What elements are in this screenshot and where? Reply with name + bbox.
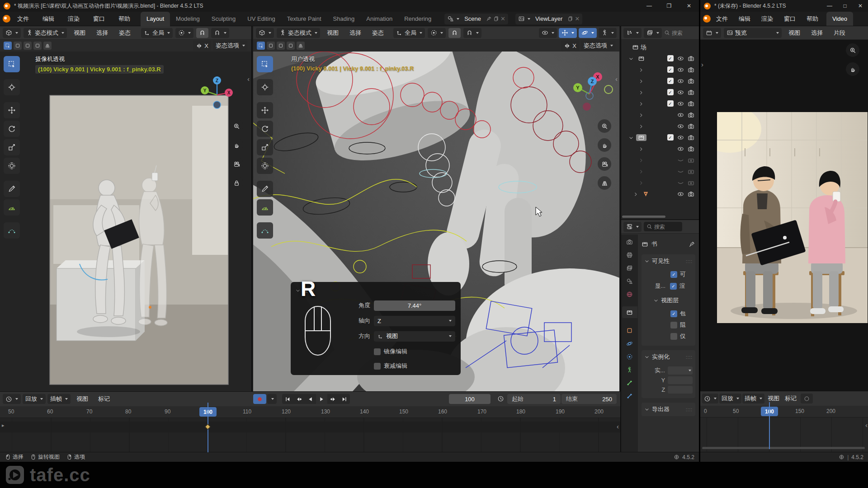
preview-canvas[interactable]: ›: [700, 40, 868, 391]
tab-sculpting[interactable]: Sculpting: [206, 12, 241, 26]
snap-settings-dropdown[interactable]: [211, 28, 229, 38]
object-row-hidden[interactable]: [621, 177, 699, 188]
instancing-panel-header[interactable]: 实例化::::: [644, 353, 693, 361]
outliner-hscrollbar[interactable]: [622, 216, 665, 218]
holdout-checkbox[interactable]: 阻: [670, 321, 693, 329]
pan-hand-icon[interactable]: [846, 62, 859, 76]
instance-y-slider[interactable]: [668, 376, 693, 384]
object-row[interactable]: ✓: [621, 87, 699, 98]
camera-icon[interactable]: [686, 78, 696, 84]
tool-pose-breakdowner[interactable]: [257, 222, 273, 239]
tool-scale[interactable]: [257, 139, 273, 155]
menu-file[interactable]: 文件: [711, 13, 733, 25]
collection-row[interactable]: ✓: [621, 53, 699, 64]
viewlayer-selector[interactable]: ViewLayer ✕: [515, 14, 582, 24]
previous-keyframe-button[interactable]: [293, 394, 305, 404]
close-button[interactable]: ✕: [679, 0, 699, 12]
tab-world[interactable]: [623, 288, 636, 300]
tab-armature-data[interactable]: [623, 364, 636, 375]
playhead[interactable]: [769, 402, 770, 449]
object-checkbox[interactable]: ✓: [667, 100, 674, 107]
select-mode-toggle-2[interactable]: [14, 42, 22, 50]
select-mode-toggle-5[interactable]: [43, 42, 52, 50]
select-mode-toggle-4[interactable]: [33, 42, 42, 50]
camera-view-icon[interactable]: [230, 157, 243, 171]
object-checkbox[interactable]: ✓: [667, 78, 674, 84]
pose-options-dropdown[interactable]: 姿态选项: [581, 41, 616, 51]
tool-cursor[interactable]: [4, 79, 20, 95]
render-checkbox[interactable]: ✓: [670, 283, 677, 290]
frame-start-field[interactable]: 起始1: [507, 394, 561, 404]
tab-render[interactable]: [623, 236, 636, 248]
camera-viewport-canvas[interactable]: 摄像机透视 (100) Vicky 9.001 | Vicky 9.001 : …: [0, 52, 251, 391]
tab-uv-editing[interactable]: UV Editing: [241, 12, 281, 26]
tab-animation[interactable]: Animation: [360, 12, 398, 26]
keying-set-dropdown[interactable]: [267, 394, 277, 404]
editor-type-button[interactable]: [3, 394, 21, 404]
collection-checkbox[interactable]: ✓: [667, 55, 674, 61]
pan-hand-icon[interactable]: [230, 138, 243, 152]
object-row[interactable]: ✓: [621, 98, 699, 109]
tab-video-editing[interactable]: Video: [826, 12, 853, 26]
tool-rotate[interactable]: [257, 121, 273, 137]
timeline-view-menu[interactable]: 视图: [765, 394, 782, 403]
menu-help[interactable]: 帮助: [801, 13, 824, 25]
camera-off-icon[interactable]: [686, 157, 696, 164]
tab-object[interactable]: [623, 324, 636, 336]
mode-dropdown[interactable]: 姿态模式: [24, 28, 67, 38]
eye-icon[interactable]: [675, 78, 686, 84]
camera-icon[interactable]: [686, 66, 696, 73]
tab-physics[interactable]: [623, 338, 636, 349]
select-mode-toggle-1[interactable]: [257, 42, 265, 50]
next-keyframe-button[interactable]: [327, 394, 339, 404]
maximize-button[interactable]: □: [837, 0, 853, 12]
jump-to-start-button[interactable]: [282, 394, 293, 404]
tab-collection[interactable]: [622, 306, 637, 318]
tool-pose-breakdowner[interactable]: [4, 222, 20, 239]
camera-icon[interactable]: [686, 123, 696, 130]
unlink-icon[interactable]: ✕: [500, 15, 505, 22]
eye-icon[interactable]: [675, 55, 686, 62]
camera-view-icon[interactable]: [598, 157, 611, 171]
tool-select-box[interactable]: [257, 56, 273, 72]
select-menu[interactable]: 选择: [807, 29, 827, 37]
keying-menu[interactable]: 插帧: [47, 394, 71, 404]
exporters-panel-header[interactable]: 导出器::::: [644, 405, 693, 413]
play-reverse-button[interactable]: [305, 394, 316, 404]
tool-annotate[interactable]: [4, 181, 20, 197]
camera-icon[interactable]: [686, 55, 696, 62]
tab-bone[interactable]: [623, 377, 636, 389]
zoom-icon[interactable]: [230, 119, 243, 133]
tab-scene[interactable]: [623, 275, 636, 287]
tool-transform[interactable]: [257, 158, 273, 174]
pose-menu[interactable]: 姿态: [115, 29, 135, 37]
mirror-x-toggle[interactable]: X: [193, 41, 211, 51]
camera-axis-gizmo[interactable]: Z Y X: [198, 73, 236, 111]
timeline-marker-menu[interactable]: 标记: [94, 395, 114, 403]
select-mode-toggle-1[interactable]: [4, 42, 12, 50]
auto-keying-record-button-disabled[interactable]: [801, 394, 813, 404]
playback-menu[interactable]: 回放: [719, 394, 741, 404]
object-row[interactable]: [621, 109, 699, 121]
tool-cursor[interactable]: [257, 79, 273, 95]
tab-output[interactable]: [623, 249, 636, 261]
editor-type-button[interactable]: [256, 28, 274, 38]
viewlayer-subpanel-header[interactable]: 视图层: [653, 296, 693, 305]
properties-search[interactable]: [644, 222, 682, 231]
eye-icon[interactable]: [675, 134, 686, 141]
collection-row-active[interactable]: ✓: [621, 132, 699, 143]
armature-row[interactable]: [621, 188, 699, 200]
tab-view-layer[interactable]: [623, 262, 636, 274]
object-row[interactable]: ✓: [621, 75, 699, 87]
object-row[interactable]: ✓: [621, 64, 699, 75]
remove-layer-icon[interactable]: ✕: [575, 15, 580, 22]
falloff-edit-checkbox[interactable]: 衰减编辑: [374, 362, 407, 370]
filter-dropdown[interactable]: [644, 28, 662, 38]
gizmos-toggle[interactable]: [559, 28, 577, 38]
blender-menu-icon[interactable]: [3, 15, 10, 23]
visibility-panel-header[interactable]: 可见性::::: [644, 257, 693, 265]
current-frame-field[interactable]: 100: [449, 394, 491, 404]
menu-window[interactable]: 窗口: [778, 13, 801, 25]
blender-menu-icon[interactable]: [703, 15, 711, 23]
tool-transform[interactable]: [4, 158, 20, 174]
